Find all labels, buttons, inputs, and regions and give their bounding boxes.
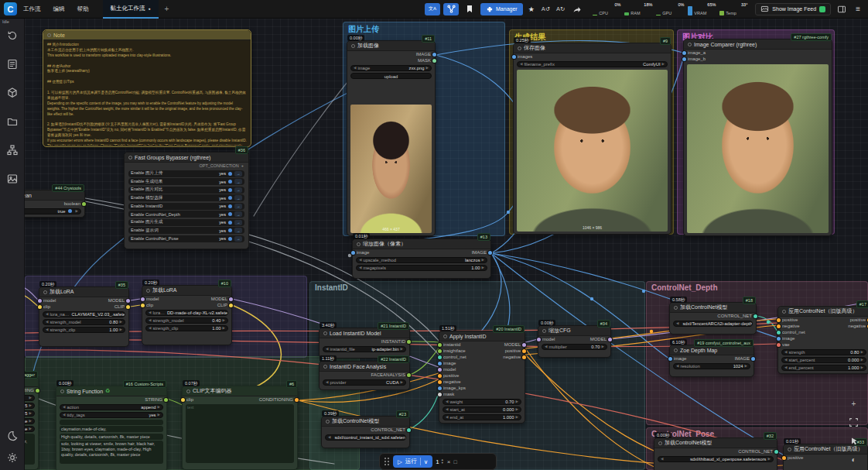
node-fast-groups-bypasser[interactable]: #36 Fast Groups Bypasser (rgthree) OPT_C…	[124, 152, 249, 249]
panel-toggle-icon[interactable]	[834, 3, 849, 15]
new-workflow-tab-button[interactable]: +	[159, 5, 176, 13]
collapse-dot-icon[interactable]	[323, 331, 327, 335]
node-load-controlnet-pose[interactable]: 0.00秒 #32 加载ControlNet模型 CONTROL_NET sdx…	[654, 437, 777, 470]
controlnet-file-combo[interactable]: sdxl/control_instant_id_sdxl.safetensors	[325, 434, 406, 441]
sidebar-node-library-icon[interactable]	[6, 144, 19, 156]
character-threshold-field[interactable]: 0.85	[25, 410, 35, 417]
fit-view-button[interactable]	[848, 417, 859, 428]
bypass-toggle-cn-depth[interactable]: Enable ControlNet_Depthyes→	[128, 211, 244, 218]
node-save-image[interactable]: 0.25秒 #9 保存图像 images filename_prefixComf…	[513, 43, 672, 235]
collapse-dot-icon[interactable]	[357, 242, 361, 246]
bookmark-icon[interactable]	[462, 3, 477, 15]
megapixels-field[interactable]: megapixels1.00	[356, 265, 487, 272]
menu-workflow[interactable]: 工作流	[17, 0, 47, 19]
sidebar-gallery-icon[interactable]	[6, 173, 19, 185]
toggle-link-visibility-button[interactable]: ◐	[848, 454, 859, 465]
node-load-instantid-model[interactable]: 3.40秒 #21 InstantID Load InstantID Model…	[319, 328, 410, 359]
port-image-in[interactable]: image	[357, 250, 369, 255]
node-lora-made-of-clay[interactable]: 0.20秒 #10 加载LoRA model MODEL clip CLIP l…	[142, 285, 232, 345]
port-clip-in[interactable]: clip	[43, 304, 50, 309]
toolbar-a-icon-1[interactable]: A↺	[540, 5, 552, 12]
collapse-dot-icon[interactable]	[351, 44, 355, 48]
text-a-field[interactable]	[60, 420, 163, 425]
collapse-dot-icon[interactable]	[788, 448, 791, 451]
instantid-file-combo[interactable]: instantid_fileip-adapter.bin	[323, 346, 406, 353]
port-negative-out[interactable]: negative	[503, 355, 521, 359]
nodes-map-icon[interactable]	[443, 3, 459, 15]
multiplier-field[interactable]: multiplier0.70	[542, 344, 607, 351]
port-vae-in[interactable]: vae	[782, 342, 790, 347]
collapse-dot-icon[interactable]	[542, 329, 546, 333]
menu-help[interactable]: 帮助	[71, 0, 95, 19]
port-instantid-in[interactable]: instantid	[443, 342, 460, 347]
port-insightface-in[interactable]: insightface	[443, 348, 466, 353]
filename-prefix-field[interactable]: filename_prefixComfyUI	[517, 61, 668, 68]
arrow-icon[interactable]: →	[234, 179, 242, 184]
port-clip-in[interactable]: clip	[146, 303, 153, 307]
collapse-dot-icon[interactable]	[674, 348, 678, 352]
tags-text-area[interactable]: 1boy, male focus, solo, smile, brown hai…	[25, 434, 35, 465]
trailing-comma-combo[interactable]: false	[25, 426, 35, 433]
port-string-out[interactable]: STRING	[25, 388, 34, 393]
count-spinner[interactable]: ▲▼	[441, 458, 444, 465]
clear-queue-button[interactable]: ×	[447, 458, 451, 465]
collapse-dot-icon[interactable]	[128, 156, 132, 160]
port-clip-out[interactable]: CLIP	[217, 303, 227, 307]
comfyui-logo[interactable]: C	[4, 2, 17, 15]
port-image-in[interactable]: image	[782, 336, 795, 341]
collapse-dot-icon[interactable]	[60, 389, 64, 393]
drag-handle-icon[interactable]	[384, 457, 390, 466]
select-mode-button[interactable]	[848, 435, 859, 447]
node-load-controlnet-depth[interactable]: 0.58秒 #18 加载ControlNet模型 CONTROL_NET sdx…	[669, 302, 757, 334]
port-image-out[interactable]: IMAGE	[472, 250, 487, 255]
arrow-icon[interactable]: →	[234, 220, 242, 225]
manager-button[interactable]: Manager	[480, 3, 523, 15]
start-percent-field[interactable]: start_percent0.000	[781, 357, 866, 364]
settings-gear-icon[interactable]	[6, 451, 19, 464]
lora-name-combo[interactable]: lora_na…CLAYMATE_V2.03_.safetensors	[43, 311, 125, 318]
port-instantid-out[interactable]: INSTANTID	[381, 339, 405, 344]
node-apply-instantid[interactable]: 1.51秒 #20 InstantID Apply InstantID inst…	[439, 331, 525, 424]
port-conditioning-out[interactable]: CONDITIONING	[259, 397, 293, 402]
bypass-toggle-compare[interactable]: Enable 图片对比yes→	[128, 187, 244, 194]
arrow-icon[interactable]: →	[234, 211, 242, 217]
chevron-down-icon[interactable]: ∨	[424, 458, 429, 465]
bypass-toggle-generate[interactable]: Enable 图片生成yes→	[128, 219, 244, 226]
bypass-toggle-instantid[interactable]: Enable InstantIDyes→	[128, 203, 244, 210]
resolution-field[interactable]: resolution1024	[673, 363, 750, 370]
controlnet-file-combo[interactable]: sdxl/TencentARC/t2i-adapter-depth-zoe-s…	[673, 321, 753, 328]
collapse-dot-icon[interactable]	[518, 46, 521, 50]
port-positive-out[interactable]: positive	[505, 348, 521, 353]
port-negative-in[interactable]: negative	[782, 324, 800, 328]
node-string-function[interactable]: 0.00秒 #16 Custom-Scripts String Function…	[56, 386, 167, 470]
collapse-dot-icon[interactable]	[688, 43, 692, 46]
node-rescale-cfg[interactable]: 0.00秒 #34 缩放CFG model MODEL multiplier0.…	[538, 325, 611, 358]
translate-icon[interactable]: 文A	[425, 3, 440, 15]
port-control-net-out[interactable]: CONTROL_NET	[717, 314, 752, 318]
provider-combo[interactable]: providerCUDA	[323, 379, 406, 386]
toolbar-a-icon-2[interactable]: A↻	[555, 5, 566, 12]
collapse-dot-icon[interactable]	[146, 289, 150, 293]
collapse-dot-icon[interactable]	[47, 33, 51, 37]
port-model-in[interactable]: model	[443, 367, 456, 372]
boolean-toggle[interactable]: true	[25, 208, 81, 215]
node-apply-controlnet-depth[interactable]: #17 应用ControlNet（旧版高级） positive positive…	[777, 306, 868, 374]
port-control-net-in[interactable]: control_net	[782, 330, 805, 334]
bypass-toggle-cn-pose[interactable]: Enable ControlNet_Poseyes→	[128, 235, 244, 242]
port-model-out[interactable]: MODEL	[108, 298, 125, 303]
menu-edit[interactable]: 编辑	[47, 0, 71, 19]
theme-moon-icon[interactable]	[6, 430, 19, 442]
workflow-tab[interactable]: 黏土化工作流 ●	[103, 0, 159, 19]
collapse-dot-icon[interactable]	[43, 290, 47, 294]
port-control-net-in[interactable]: control_net	[443, 355, 466, 359]
port-model-out[interactable]: MODEL	[211, 297, 227, 301]
hamburger-menu-icon[interactable]: ≡	[853, 5, 863, 13]
sidebar-templates-icon[interactable]	[6, 58, 19, 70]
bypass-toggle-upload[interactable]: Enable 图片上传yes→	[128, 170, 244, 177]
port-image-kps-in[interactable]: image_kps	[443, 386, 466, 390]
end-at-field[interactable]: end_at1.000	[443, 414, 521, 421]
port-boolean-out[interactable]: boolean	[64, 201, 80, 206]
action-combo[interactable]: actionappend	[60, 404, 163, 411]
upscale-method-combo[interactable]: upscale_methodlanczos	[356, 257, 487, 264]
port-model-in[interactable]: model	[43, 298, 56, 303]
